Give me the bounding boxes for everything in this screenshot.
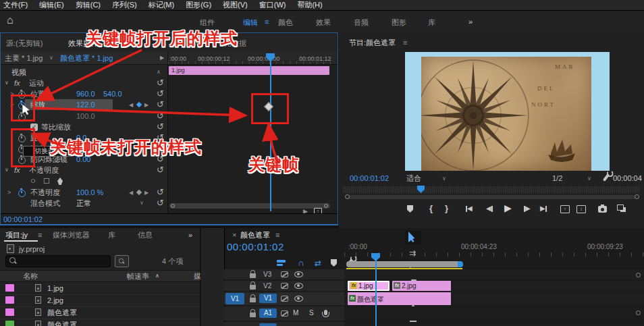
- blend-mode-value[interactable]: 正常: [76, 199, 91, 208]
- track-lane-a1[interactable]: [344, 306, 644, 321]
- export-frame-icon[interactable]: [598, 206, 607, 213]
- lock-icon[interactable]: [250, 285, 256, 290]
- sync-lock-icon[interactable]: [281, 310, 288, 317]
- menu-view[interactable]: 视图(V): [223, 0, 248, 10]
- next-keyframe-icon[interactable]: ▶: [144, 190, 149, 196]
- item-name[interactable]: 2.jpg: [47, 296, 63, 305]
- menu-help[interactable]: 帮助(H): [297, 0, 322, 10]
- voiceover-mic-icon[interactable]: [324, 310, 327, 315]
- workspace-tab-assembly[interactable]: 组件: [200, 18, 215, 28]
- workspace-tab-libraries[interactable]: 库: [428, 18, 435, 28]
- chevron-down-icon[interactable]: ∨: [587, 175, 591, 182]
- sync-lock-icon[interactable]: [281, 296, 288, 302]
- panel-menu-icon[interactable]: ≡: [38, 231, 42, 240]
- position-x-value[interactable]: 960.0: [76, 90, 95, 99]
- play-button[interactable]: ▶: [504, 202, 512, 214]
- search-input[interactable]: [5, 255, 111, 267]
- column-media[interactable]: 媒: [194, 272, 201, 281]
- opacity-value[interactable]: 100.0 %: [76, 188, 103, 197]
- playhead-line[interactable]: [270, 55, 271, 211]
- column-name[interactable]: 名称: [23, 272, 38, 281]
- playback-resolution-dropdown[interactable]: 1/2: [552, 174, 562, 183]
- linked-selection-icon[interactable]: ⇄: [315, 259, 321, 268]
- track-output-eye-icon[interactable]: [294, 283, 303, 289]
- panel-menu-icon[interactable]: ≡: [403, 38, 407, 47]
- clip-color-matte[interactable]: fx颜色遮罩: [348, 292, 451, 305]
- reset-scale-icon[interactable]: ↺: [157, 100, 164, 109]
- track-name[interactable]: V2: [263, 282, 271, 290]
- menu-graphics[interactable]: 图形(G): [186, 0, 211, 10]
- chevron-down-icon[interactable]: ∨: [5, 80, 9, 86]
- menu-sequence[interactable]: 序列(S): [112, 0, 137, 10]
- label-color-chip[interactable]: [5, 284, 14, 292]
- add-marker-icon[interactable]: [331, 259, 337, 267]
- search-bin-button[interactable]: [115, 255, 129, 267]
- workspace-tab-effects[interactable]: 效果: [316, 18, 331, 28]
- tab-libraries[interactable]: 库: [108, 231, 115, 240]
- label-color-chip[interactable]: [5, 321, 14, 326]
- expand-icon[interactable]: >: [7, 189, 11, 196]
- scrub-strip[interactable]: [343, 186, 640, 193]
- panel-overflow-icon[interactable]: »: [188, 231, 192, 240]
- scrollbar-handle-right[interactable]: [324, 204, 328, 208]
- reset-motion-icon[interactable]: ↺: [157, 78, 164, 87]
- solo-button[interactable]: S: [309, 309, 314, 317]
- sync-lock-icon[interactable]: [281, 271, 288, 277]
- sync-lock-icon[interactable]: [281, 283, 288, 289]
- mini-timeline-clip[interactable]: 1.jpg: [169, 66, 329, 75]
- lock-icon[interactable]: [250, 313, 256, 317]
- reset-uniform-icon[interactable]: ↺: [157, 122, 164, 131]
- workspace-tab-editing[interactable]: 编辑: [243, 18, 258, 28]
- timeline-playhead-line[interactable]: [375, 256, 377, 326]
- menu-edit[interactable]: 编辑(E): [39, 0, 64, 10]
- reset-opacity-effect-icon[interactable]: ↺: [157, 165, 164, 174]
- zoom-scrollbar[interactable]: [347, 195, 636, 199]
- workspace-tab-audio[interactable]: 音频: [354, 18, 369, 28]
- lock-icon[interactable]: [250, 273, 256, 278]
- project-row[interactable]: 颜色遮罩: [0, 319, 200, 326]
- track-output-eye-icon[interactable]: [294, 271, 303, 277]
- label-color-chip[interactable]: [5, 296, 14, 304]
- sequence-tab[interactable]: 颜色遮罩: [240, 231, 270, 240]
- nest-toggle-icon[interactable]: [277, 260, 286, 267]
- source-patch-v1[interactable]: V1: [225, 293, 244, 304]
- ellipse-mask-icon[interactable]: ○: [30, 175, 36, 186]
- vscroll-handle-bottom[interactable]: [636, 310, 641, 315]
- track-target-v1[interactable]: V1: [259, 294, 277, 303]
- chevron-right-icon[interactable]: ▶: [160, 55, 164, 61]
- panel-menu-icon[interactable]: ≡: [275, 231, 279, 240]
- project-row[interactable]: 颜色遮罩: [0, 306, 200, 319]
- menu-file[interactable]: 文件(F): [3, 0, 28, 10]
- tab-project[interactable]: 项目:jy: [5, 231, 28, 240]
- zoom-handle-right[interactable]: [635, 194, 639, 199]
- menu-clip[interactable]: 剪辑(C): [76, 0, 101, 10]
- tab-source-monitor[interactable]: 源:(无剪辑): [6, 39, 43, 48]
- project-file-name[interactable]: jy.prproj: [19, 245, 45, 254]
- snap-icon[interactable]: ∩: [298, 258, 304, 269]
- settings-wrench-icon[interactable]: [603, 173, 610, 182]
- item-name[interactable]: 颜色遮罩: [47, 308, 77, 317]
- scale-value[interactable]: 122.0: [76, 101, 95, 109]
- clip-2jpg[interactable]: fx2.jpg: [392, 281, 451, 291]
- tab-info[interactable]: 信息: [138, 231, 153, 240]
- track-target-a1[interactable]: A1: [259, 308, 277, 318]
- step-back-icon[interactable]: ◀: [486, 205, 491, 212]
- item-name[interactable]: 颜色遮罩: [47, 321, 77, 326]
- goto-out-icon[interactable]: ▶: [540, 205, 545, 212]
- reset-position-icon[interactable]: ↺: [157, 89, 164, 98]
- chevron-down-icon[interactable]: ∨: [5, 167, 9, 173]
- track-target-a2[interactable]: [259, 323, 277, 326]
- track-lane-v3[interactable]: [344, 269, 644, 279]
- reset-scale-width-icon[interactable]: ↺: [157, 111, 164, 120]
- reset-opacity-icon[interactable]: ↺: [157, 188, 164, 196]
- lift-icon[interactable]: ↑: [560, 205, 570, 213]
- program-tab[interactable]: 节目:颜色遮罩: [349, 38, 396, 47]
- chevron-down-icon[interactable]: ∨: [442, 175, 446, 182]
- work-area-end-handle[interactable]: [458, 261, 463, 267]
- position-y-value[interactable]: 540.0: [103, 90, 122, 99]
- prev-keyframe-icon[interactable]: ◀: [129, 190, 133, 196]
- scrollbar-handle-left[interactable]: [171, 204, 175, 208]
- track-name[interactable]: V3: [263, 271, 271, 279]
- goto-in-icon[interactable]: ◀: [467, 205, 473, 212]
- work-area-bar[interactable]: [346, 261, 462, 267]
